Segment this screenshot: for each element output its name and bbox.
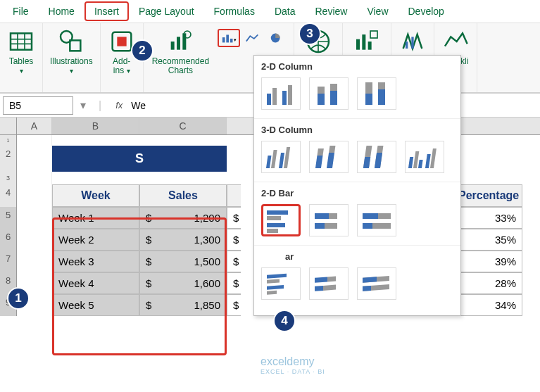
svg-rect-15 bbox=[230, 39, 233, 43]
svg-rect-24 bbox=[411, 37, 413, 49]
cell-week-1[interactable]: Week 1 bbox=[52, 207, 139, 229]
svg-rect-13 bbox=[222, 37, 225, 42]
cell-pct-3[interactable]: 39% bbox=[452, 251, 522, 272]
svg-rect-25 bbox=[267, 94, 271, 105]
svg-rect-40 bbox=[284, 147, 290, 168]
stacked100-3d-column-option[interactable] bbox=[357, 141, 396, 173]
svg-rect-65 bbox=[363, 223, 372, 229]
shapes-icon bbox=[57, 27, 85, 56]
tab-review[interactable]: Review bbox=[306, 1, 358, 21]
tab-developer[interactable]: Develop bbox=[398, 1, 454, 21]
line-chart-button[interactable] bbox=[241, 29, 264, 47]
row-header-3[interactable]: 3 bbox=[0, 172, 17, 184]
col-header-B[interactable]: B bbox=[52, 118, 139, 134]
watermark: exceldemy EXCEL · DATA · BI bbox=[260, 355, 325, 375]
svg-text:▾: ▾ bbox=[234, 37, 237, 43]
cell-next-3[interactable]: $ bbox=[227, 251, 241, 272]
tab-home[interactable]: Home bbox=[39, 1, 84, 21]
row-header-5[interactable]: 5 bbox=[0, 207, 17, 229]
svg-rect-38 bbox=[271, 150, 277, 168]
pie-chart-button[interactable] bbox=[265, 29, 288, 47]
tab-formulas[interactable]: Formulas bbox=[204, 1, 265, 21]
col-header-C[interactable]: C bbox=[139, 118, 227, 134]
svg-rect-58 bbox=[315, 213, 329, 219]
stacked-column-option[interactable] bbox=[309, 77, 349, 110]
svg-rect-26 bbox=[272, 88, 277, 105]
section-3d-bar: 3-D Bar bbox=[254, 246, 460, 265]
cell-pct-2[interactable]: 35% bbox=[452, 229, 522, 251]
row-header-7[interactable]: 7 bbox=[0, 251, 17, 272]
clustered-3d-column-option[interactable] bbox=[261, 141, 301, 173]
clustered-bar-option[interactable] bbox=[261, 204, 301, 236]
step-2-badge: 2 bbox=[131, 39, 153, 62]
header-percentage[interactable]: Percentage bbox=[452, 184, 522, 207]
row-header-1[interactable]: 1 bbox=[0, 135, 17, 146]
cell-week-4[interactable]: Week 4 bbox=[52, 272, 139, 294]
cell-week-5[interactable]: Week 5 bbox=[52, 294, 139, 316]
name-box[interactable] bbox=[3, 96, 73, 115]
cell-sales-1[interactable]: $1,200 bbox=[139, 207, 227, 229]
cell-sales-5[interactable]: $1,850 bbox=[139, 294, 227, 316]
table-icon bbox=[7, 27, 35, 56]
svg-rect-71 bbox=[327, 277, 336, 282]
column-chart-button[interactable]: ▾ bbox=[218, 29, 240, 47]
header-sales[interactable]: Sales bbox=[139, 184, 227, 207]
row-header-2[interactable]: 2 bbox=[0, 146, 17, 172]
tab-data[interactable]: Data bbox=[265, 1, 306, 21]
tab-view[interactable]: View bbox=[357, 1, 398, 21]
cell-week-2[interactable]: Week 2 bbox=[52, 229, 139, 251]
cell-next-1[interactable]: $ bbox=[227, 207, 241, 229]
recommended-charts-button[interactable]: Recommended Charts bbox=[146, 25, 215, 78]
svg-rect-59 bbox=[329, 213, 337, 219]
cell-next-2[interactable]: $ bbox=[227, 229, 241, 251]
tab-file[interactable]: File bbox=[3, 1, 39, 21]
svg-rect-6 bbox=[70, 40, 81, 51]
svg-rect-60 bbox=[315, 223, 325, 229]
cell-pct-4[interactable]: 28% bbox=[452, 272, 522, 294]
pivot-chart-icon bbox=[353, 27, 381, 56]
svg-rect-0 bbox=[11, 33, 32, 49]
svg-rect-69 bbox=[267, 291, 277, 295]
svg-rect-28 bbox=[288, 85, 292, 105]
stacked100-bar-option[interactable] bbox=[357, 204, 396, 236]
header-week[interactable]: Week bbox=[52, 184, 139, 207]
fx-icon[interactable]: fx bbox=[110, 100, 128, 110]
clustered-column-option[interactable] bbox=[261, 77, 301, 110]
cell-next-5[interactable]: $ bbox=[227, 294, 241, 316]
select-all-corner[interactable] bbox=[0, 118, 17, 134]
stacked-3d-column-option[interactable] bbox=[309, 141, 349, 173]
cell-sales-4[interactable]: $1,600 bbox=[139, 272, 227, 294]
svg-rect-51 bbox=[418, 160, 423, 168]
ribbon-tables-group[interactable]: Tables▾ bbox=[0, 23, 43, 92]
stacked-bar-option[interactable] bbox=[309, 204, 349, 236]
tab-pagelayout[interactable]: Page Layout bbox=[129, 1, 204, 21]
svg-rect-9 bbox=[171, 42, 175, 50]
stacked100-3d-bar-option[interactable] bbox=[357, 267, 396, 300]
3d-column-option[interactable] bbox=[405, 141, 444, 173]
cell-week-3[interactable]: Week 3 bbox=[52, 251, 139, 272]
tab-insert[interactable]: Insert bbox=[84, 1, 129, 21]
cell-next-4[interactable]: $ bbox=[227, 272, 241, 294]
row-header-6[interactable]: 6 bbox=[0, 229, 17, 251]
col-header-A[interactable]: A bbox=[17, 118, 52, 134]
svg-rect-41 bbox=[315, 156, 323, 168]
clustered-3d-bar-option[interactable] bbox=[261, 267, 301, 300]
cell-pct-5[interactable]: 34% bbox=[452, 294, 522, 316]
stacked-3d-bar-option[interactable] bbox=[309, 267, 349, 300]
svg-rect-56 bbox=[267, 223, 285, 227]
name-box-dropdown[interactable]: ▾ bbox=[76, 99, 90, 112]
svg-rect-54 bbox=[267, 210, 288, 215]
cell-sales-3[interactable]: $1,500 bbox=[139, 251, 227, 272]
svg-rect-50 bbox=[413, 151, 419, 168]
svg-rect-30 bbox=[318, 87, 325, 94]
svg-rect-75 bbox=[363, 277, 377, 282]
svg-rect-31 bbox=[330, 91, 337, 105]
cell-sales-2[interactable]: $1,300 bbox=[139, 229, 227, 251]
row-header-4[interactable]: 4 bbox=[0, 184, 17, 207]
svg-rect-20 bbox=[362, 34, 365, 50]
svg-rect-19 bbox=[356, 39, 360, 50]
section-2d-column: 2-D Column bbox=[254, 56, 460, 75]
ribbon-illustrations-group[interactable]: Illustrations▾ bbox=[43, 23, 101, 92]
cell-pct-1[interactable]: 33% bbox=[452, 207, 522, 229]
stacked100-column-option[interactable] bbox=[357, 77, 396, 110]
